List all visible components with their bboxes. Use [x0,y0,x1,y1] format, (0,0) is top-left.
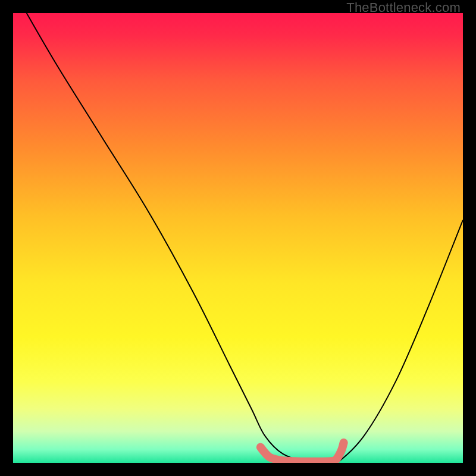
gradient-background [13,13,463,463]
chart-frame [13,13,463,463]
watermark-text: TheBottleneck.com [346,0,461,15]
chart-svg [13,13,463,463]
